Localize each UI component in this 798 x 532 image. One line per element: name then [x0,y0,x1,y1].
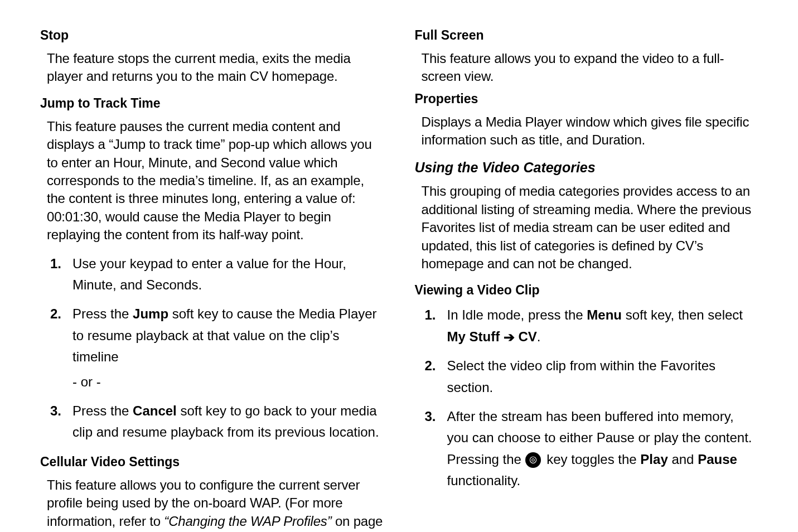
text-fragment: Press the [72,306,133,321]
step-number: 3. [40,400,72,443]
arrow-icon: ➔ [504,327,515,348]
heading-cellular-video-settings: Cellular Video Settings [40,453,384,471]
step-text: Press the Jump soft key to cause the Med… [72,303,384,393]
step-text: Press the Cancel soft key to go back to … [72,400,384,443]
step-number: 2. [415,355,447,398]
list-item: 3. After the stream has been buffered in… [415,406,758,492]
key-glyph: ◎ [529,455,537,464]
bold-cv: CV [515,329,537,344]
viewing-steps-list: 1. In Idle mode, press the Menu soft key… [415,304,758,491]
bold-my-stuff: My Stuff [447,329,504,344]
text-fragment: key toggles the [546,452,640,467]
heading-viewing-video-clip: Viewing a Video Clip [415,282,758,299]
step-number: 3. [415,406,447,492]
step-text: Select the video clip from within the Fa… [447,355,758,398]
step-number: 1. [415,304,447,347]
heading-stop: Stop [40,27,384,44]
paragraph-video-categories: This grouping of media categories provid… [422,182,758,273]
step-number: 1. [40,253,72,296]
step-text: In Idle mode, press the Menu soft key, t… [447,304,758,347]
step-text: Use your keypad to enter a value for the… [72,253,384,296]
heading-jump-to-track-time: Jump to Track Time [40,95,384,112]
paragraph-jump: This feature pauses the current media co… [47,118,384,244]
heading-video-categories: Using the Video Categories [415,158,758,177]
step-number: 2. [40,303,72,393]
bold-menu: Menu [587,307,622,322]
list-item: 2. Select the video clip from within the… [415,355,758,398]
text-fragment: functionality. [447,473,521,488]
document-page: Stop The feature stops the current media… [0,0,798,532]
text-fragment: and [668,452,698,467]
text-fragment: . [537,329,541,344]
heading-full-screen: Full Screen [415,27,758,44]
round-key-icon: ◎ [525,452,541,468]
bold-jump: Jump [133,306,168,321]
bold-pause: Pause [698,452,737,467]
text-fragment: soft key, then select [622,307,743,322]
right-column: Full Screen This feature allows you to e… [415,27,758,532]
list-item: 2. Press the Jump soft key to cause the … [40,303,384,393]
left-column: Stop The feature stops the current media… [40,27,384,532]
heading-properties: Properties [415,90,758,108]
paragraph-stop: The feature stops the current media, exi… [47,50,384,86]
list-item: 1. In Idle mode, press the Menu soft key… [415,304,758,347]
bold-cancel: Cancel [133,403,177,418]
list-item: 3. Press the Cancel soft key to go back … [40,400,384,443]
jump-steps-list: 1. Use your keypad to enter a value for … [40,253,384,443]
two-column-layout: Stop The feature stops the current media… [40,27,758,532]
text-fragment: Press the [72,403,133,418]
paragraph-cv-settings: This feature allows you to configure the… [47,476,384,532]
step-text: After the stream has been buffered into … [447,406,758,492]
list-item: 1. Use your keypad to enter a value for … [40,253,384,296]
reference-title-italic: “Changing the WAP Profiles” [164,514,335,529]
paragraph-full-screen: This feature allows you to expand the vi… [422,50,758,86]
paragraph-properties: Displays a Media Player window which giv… [422,113,758,149]
or-separator: - or - [72,371,384,393]
text-fragment: In Idle mode, press the [447,307,587,322]
bold-play: Play [640,452,668,467]
